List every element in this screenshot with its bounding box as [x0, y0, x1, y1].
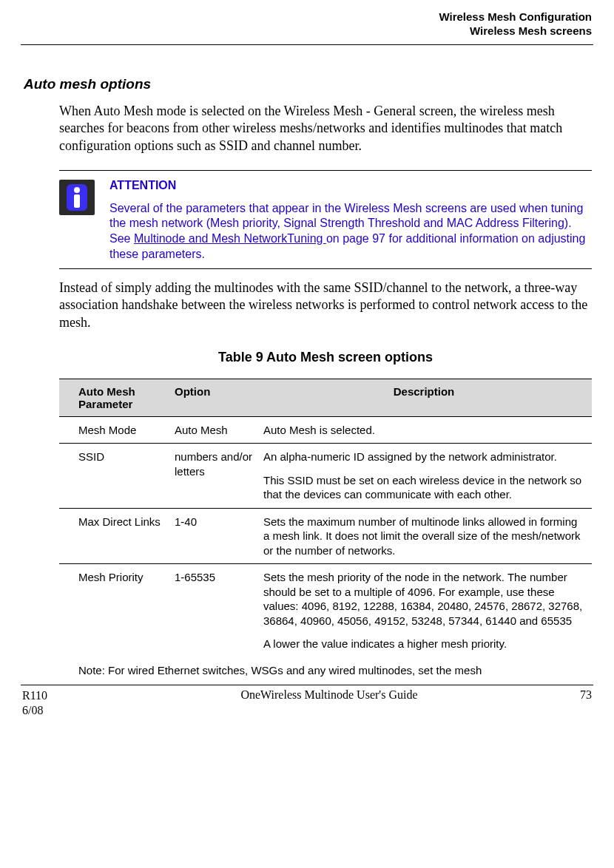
th-description: Description — [259, 379, 592, 416]
cell-option: 1-65535 — [170, 564, 259, 657]
cell-desc: Sets the maximum number of multinode lin… — [259, 508, 592, 564]
table-header-row: Auto Mesh Parameter Option Description — [59, 379, 592, 416]
attention-body: Several of the parameters that appear in… — [109, 201, 592, 262]
cell-desc: An alpha-numeric ID assigned by the netw… — [259, 444, 592, 509]
cell-desc-p1: An alpha-numeric ID assigned by the netw… — [263, 450, 586, 464]
svg-point-1 — [74, 187, 80, 193]
cell-desc-p1: Auto Mesh is selected. — [263, 423, 586, 438]
table-caption: Table 9 Auto Mesh screen options — [0, 332, 614, 365]
table-row: Mesh Mode Auto Mesh Auto Mesh is selecte… — [59, 416, 592, 444]
attention-link[interactable]: Multinode and Mesh NetworkTuning — [134, 232, 326, 245]
footer-left: R110 6/08 — [22, 688, 111, 718]
attention-title: ATTENTION — [109, 178, 592, 194]
header-line2: Wireless Mesh screens — [22, 24, 592, 38]
page-footer: R110 6/08 OneWireless Multinode User's G… — [0, 685, 614, 718]
table-row: Max Direct Links 1-40 Sets the maximum n… — [59, 508, 592, 564]
table-row: Mesh Priority 1-65535 Sets the mesh prio… — [59, 564, 592, 657]
table-row: SSID numbers and/or letters An alpha-num… — [59, 444, 592, 509]
attention-content: ATTENTION Several of the parameters that… — [109, 178, 592, 262]
cell-param: Max Direct Links — [59, 508, 170, 564]
info-icon-svg — [65, 183, 89, 212]
attention-box: ATTENTION Several of the parameters that… — [59, 170, 592, 269]
footer-rev: R110 — [22, 688, 111, 703]
cell-desc-p2: A lower the value indicates a higher mes… — [263, 637, 586, 651]
cell-desc: Sets the mesh priority of the node in th… — [259, 564, 592, 657]
cell-param: SSID — [59, 444, 170, 509]
cell-option: numbers and/or letters — [170, 444, 259, 509]
intro-paragraph: When Auto Mesh mode is selected on the W… — [0, 92, 614, 155]
cell-param: Mesh Mode — [59, 416, 170, 444]
cell-desc-p2: This SSID must be set on each wireless d… — [263, 473, 586, 502]
th-option: Option — [170, 379, 259, 416]
cell-desc-p1: Sets the maximum number of multinode lin… — [263, 515, 586, 558]
cell-param: Mesh Priority — [59, 564, 170, 657]
th-parameter: Auto Mesh Parameter — [59, 379, 170, 416]
footer-pagenum: 73 — [547, 688, 592, 718]
cell-desc-p1: Sets the mesh priority of the node in th… — [263, 570, 586, 628]
header-line1: Wireless Mesh Configuration — [22, 10, 592, 24]
cell-option: Auto Mesh — [170, 416, 259, 444]
svg-rect-2 — [74, 194, 80, 208]
footer-date: 6/08 — [22, 703, 111, 718]
second-paragraph: Instead of simply adding the multinodes … — [0, 269, 614, 332]
page-header: Wireless Mesh Configuration Wireless Mes… — [0, 0, 614, 43]
section-heading: Auto mesh options — [0, 45, 614, 92]
info-icon — [59, 180, 95, 215]
options-table: Auto Mesh Parameter Option Description M… — [59, 379, 592, 657]
cell-desc: Auto Mesh is selected. — [259, 416, 592, 444]
footer-center: OneWireless Multinode User's Guide — [111, 688, 547, 718]
table-note: Note: For wired Ethernet switches, WSGs … — [0, 657, 614, 678]
cell-option: 1-40 — [170, 508, 259, 564]
